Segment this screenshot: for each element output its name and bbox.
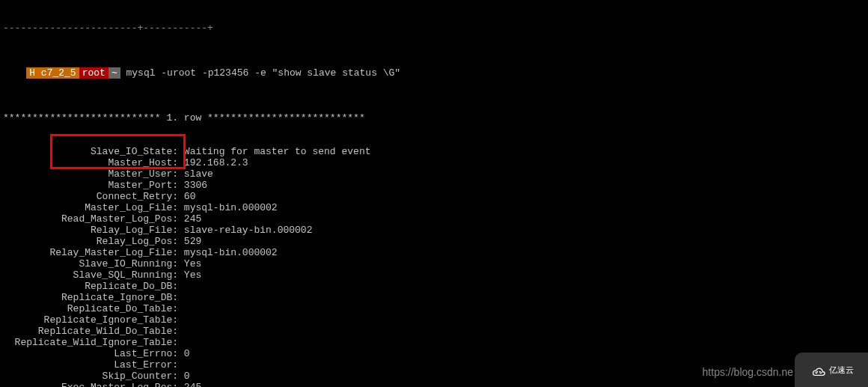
row-header: *************************** 1. row *****… <box>3 112 865 124</box>
status-field-row: Exec_Master_Log_Pos: 245 <box>3 382 865 387</box>
logo-text: 亿速云 <box>829 365 854 376</box>
svg-point-0 <box>816 371 817 373</box>
status-field-row: Master_Host: 192.168.2.3 <box>3 157 865 168</box>
status-field-row: Relay_Master_Log_File: mysql-bin.000002 <box>3 247 865 258</box>
status-field-row: Last_Errno: 0 <box>3 348 865 359</box>
status-field-row: Slave_IO_Running: Yes <box>3 258 865 269</box>
prompt-line: H c7_2_5root~ mysql -uroot -p123456 -e "… <box>3 56 865 90</box>
status-field-row: Replicate_Do_DB: <box>3 281 865 292</box>
status-field-row: Replicate_Do_Table: <box>3 303 865 314</box>
status-field-row: Slave_IO_State: Waiting for master to se… <box>3 146 865 157</box>
status-field-row: Connect_Retry: 60 <box>3 191 865 202</box>
status-field-row: Relay_Log_Pos: 529 <box>3 236 865 247</box>
status-field-row: Replicate_Wild_Do_Table: <box>3 326 865 337</box>
svg-point-1 <box>819 371 820 373</box>
status-field-row: Master_Log_File: mysql-bin.000002 <box>3 202 865 213</box>
prompt-user: root <box>79 67 109 79</box>
logo-badge: 亿速云 <box>795 353 868 387</box>
status-fields: Slave_IO_State: Waiting for master to se… <box>3 146 865 387</box>
status-field-row: Replicate_Ignore_DB: <box>3 292 865 303</box>
status-field-row: Replicate_Wild_Ignore_Table: <box>3 337 865 348</box>
status-field-row: Master_User: slave <box>3 168 865 180</box>
status-field-row: Read_Master_Log_Pos: 245 <box>3 213 865 225</box>
status-field-row: Master_Port: 3306 <box>3 180 865 191</box>
watermark-text: https://blog.csdn.ne <box>703 367 793 378</box>
border-line: -----------------------+-----------+ <box>3 22 865 34</box>
status-field-row: Relay_Log_File: slave-relay-bin.000002 <box>3 225 865 236</box>
prompt-host: H c7_2_5 <box>26 67 79 79</box>
prompt-command: mysql -uroot -p123456 -e "show slave sta… <box>126 67 401 79</box>
prompt-cwd: ~ <box>109 67 120 79</box>
status-field-row: Replicate_Ignore_Table: <box>3 314 865 326</box>
cloud-icon <box>810 363 826 377</box>
status-field-row: Slave_SQL_Running: Yes <box>3 269 865 281</box>
terminal-output[interactable]: -----------------------+-----------+ H c… <box>0 0 868 387</box>
